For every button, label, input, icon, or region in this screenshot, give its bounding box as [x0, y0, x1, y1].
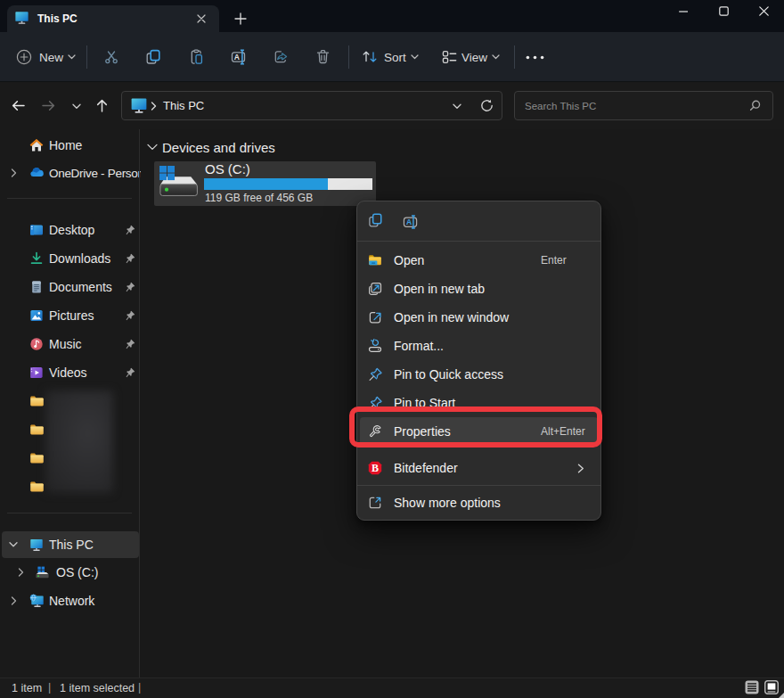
svg-text:A: A — [234, 53, 240, 62]
svg-text:B: B — [372, 462, 379, 474]
svg-text:A: A — [406, 218, 412, 226]
